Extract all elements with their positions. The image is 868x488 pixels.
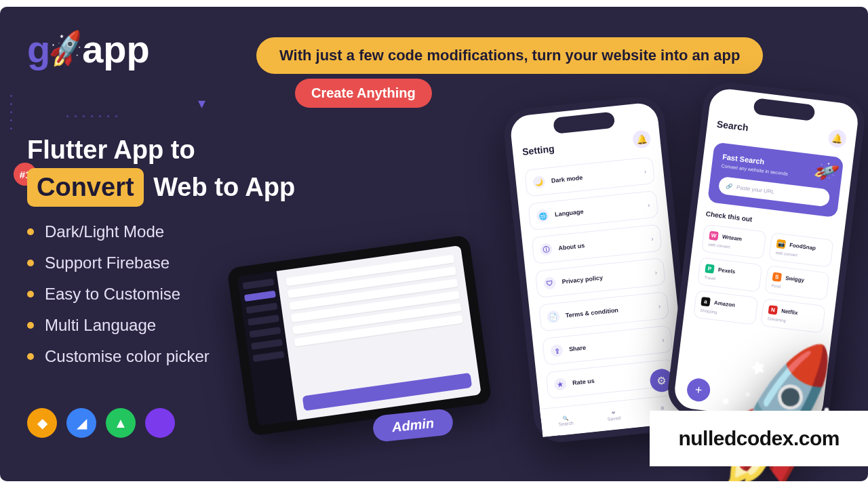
headline-pill: With just a few code modifications, turn… <box>256 37 763 74</box>
link-icon: 🔗 <box>726 182 733 189</box>
platform-icon-row: ◆ ◢ ▲ <box>27 408 175 438</box>
headline-line2: Convert Web to App <box>27 168 295 207</box>
nav-saved[interactable]: ❤Saved <box>606 410 620 422</box>
apple-icon <box>145 408 175 438</box>
tablet-main-panel <box>277 245 481 420</box>
settings-title: Setting <box>521 143 555 157</box>
feature-list: Dark/Light Mode Support Firebase Easy to… <box>27 222 210 378</box>
decorative-dots-vertical <box>10 95 12 129</box>
convert-highlight: Convert <box>27 168 144 207</box>
app-card[interactable]: 📷FoodSnapweb convert <box>768 232 833 268</box>
app-icon: a <box>701 297 710 306</box>
star-icon: ★ <box>554 378 568 391</box>
search-title: Search <box>716 119 749 134</box>
settings-row-share[interactable]: ⇪Share› <box>542 325 673 366</box>
decorative-dots-horizontal <box>66 115 117 117</box>
main-headline: Flutter App to Convert Web to App <box>27 132 295 207</box>
settings-row-darkmode[interactable]: 🌙Dark mode› <box>524 157 655 197</box>
app-icon: N <box>768 305 778 314</box>
bullet-icon <box>27 260 34 266</box>
app-icon: 📷 <box>776 239 786 249</box>
rocket-icon: 🚀 <box>44 28 88 70</box>
bullet-icon <box>27 228 34 235</box>
chevron-right-icon: › <box>644 167 646 175</box>
headline-suffix: Web to App <box>153 173 295 201</box>
tablet-action-bar <box>302 373 473 411</box>
app-card[interactable]: NNetflixStreaming <box>760 298 825 333</box>
feature-item: Easy to Customise <box>27 285 210 304</box>
app-grid: WWrteamweb convert 📷FoodSnapweb convert … <box>693 224 834 333</box>
globe-icon: 🌐 <box>536 209 549 222</box>
android-icon: ▲ <box>106 408 136 438</box>
settings-row-about[interactable]: ⓘAbout us› <box>532 224 663 264</box>
app-card[interactable]: SSwiggyFood <box>764 265 829 300</box>
share-icon: ⇪ <box>550 344 564 357</box>
bullet-icon <box>27 322 34 329</box>
doc-icon: 📄 <box>547 310 560 324</box>
chevron-right-icon: › <box>658 302 660 309</box>
settings-list: 🌙Dark mode› 🌐Language› ⓘAbout us› 🛡Priva… <box>524 157 676 399</box>
feature-item: Dark/Light Mode <box>27 222 210 241</box>
chevron-right-icon: › <box>647 201 650 208</box>
logo: g 🚀 app <box>27 27 150 71</box>
promo-banner: g 🚀 app ▾ With just a few code modificat… <box>0 7 868 481</box>
bell-icon[interactable]: 🔔 <box>632 129 652 149</box>
app-card[interactable]: WWrteamweb convert <box>701 224 766 260</box>
app-icon: S <box>772 272 782 281</box>
app-icon: P <box>705 264 714 273</box>
feature-item: Customise color picker <box>27 347 210 366</box>
headline-line1: Flutter App to <box>27 132 295 168</box>
settings-row-language[interactable]: 🌐Language› <box>528 190 658 231</box>
firebase-icon: ◆ <box>27 408 57 438</box>
create-anything-badge: Create Anything <box>295 79 432 108</box>
settings-row-terms[interactable]: 📄Terms & condition› <box>538 291 669 332</box>
settings-row-privacy[interactable]: 🛡Privacy policy› <box>535 258 666 298</box>
watermark: nulledcodex.com <box>650 411 868 466</box>
info-icon: ⓘ <box>540 243 553 256</box>
chevron-right-icon: › <box>654 268 657 276</box>
bullet-icon <box>27 353 34 360</box>
bell-icon[interactable]: 🔔 <box>827 129 847 148</box>
nav-search[interactable]: 🔍Search <box>557 415 574 426</box>
url-input[interactable]: 🔗Paste your URL <box>718 176 831 207</box>
shield-icon: 🛡 <box>543 277 557 290</box>
chevron-right-icon: › <box>661 336 664 343</box>
app-card[interactable]: aAmazonShopping <box>693 290 758 325</box>
flutter-icon: ◢ <box>66 408 96 438</box>
moon-icon: 🌙 <box>532 176 546 189</box>
arrow-down-icon: ▾ <box>198 95 205 113</box>
bullet-icon <box>27 291 34 298</box>
app-card[interactable]: PPexelsTravel <box>697 257 762 292</box>
admin-tablet-mockup <box>226 235 492 436</box>
app-icon: W <box>709 231 718 241</box>
feature-item: Support Firebase <box>27 253 210 272</box>
search-hero-card: 🚀 Fast Search Convert any website in sec… <box>707 142 844 218</box>
chevron-right-icon: › <box>651 235 654 242</box>
rocket-icon: 🚀 <box>812 157 840 186</box>
feature-item: Multi Language <box>27 316 210 335</box>
logo-app: app <box>82 27 150 71</box>
